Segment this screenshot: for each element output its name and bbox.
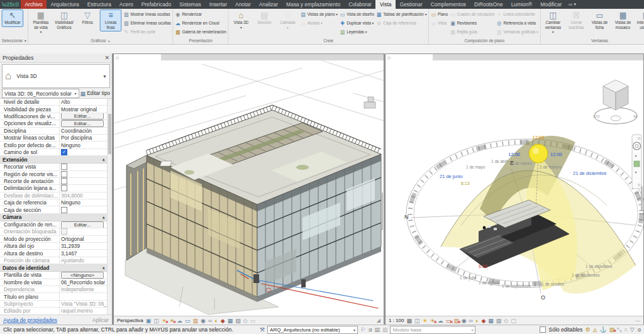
alzado-button[interactable]: ⌂Alzado▾ xyxy=(300,19,338,27)
visual-style-icon[interactable]: ◫ xyxy=(414,318,420,324)
apply-button[interactable]: Aplicar xyxy=(92,317,109,323)
leyendas-button[interactable]: ▤Leyendas▾ xyxy=(340,28,374,36)
view-tab-3d[interactable]: ⌂ xyxy=(114,54,161,60)
vistas-de-mosaico-button[interactable]: ▦Vistas de mosaico xyxy=(612,9,633,31)
property-value[interactable] xyxy=(59,293,108,299)
close-icon[interactable]: ✕ xyxy=(104,55,109,61)
model-canvas[interactable] xyxy=(114,60,384,316)
property-edit-button[interactable]: <Ninguno> xyxy=(61,272,104,278)
properties-scrollbar[interactable] xyxy=(107,99,112,315)
property-value[interactable]: Editar... xyxy=(59,120,108,126)
properties-help-link[interactable]: Ayuda de propiedades xyxy=(3,317,57,323)
property-value[interactable]: Independiente xyxy=(59,286,108,292)
viewport-3d-model[interactable]: ⌂ xyxy=(113,53,384,325)
select-by-face-icon[interactable]: ▧✕ xyxy=(609,326,615,333)
property-value[interactable]: 31,2939 xyxy=(59,243,108,249)
vista-de-dise-o-button[interactable]: ▭Vista de diseño xyxy=(340,10,374,18)
property-checkbox[interactable] xyxy=(61,228,67,235)
ribbon-state-toggle[interactable]: ▭▾ xyxy=(569,0,576,9)
more-controls-icon[interactable]: ▭ xyxy=(250,318,256,324)
renderizar-en-cloud-button[interactable]: ☁Renderizar en Cloud xyxy=(175,19,226,27)
cambiar-ventanas-button[interactable]: ◫Cambiar ventanas▾ xyxy=(542,9,564,36)
section-header-c-mara[interactable]: Cámara∧ xyxy=(0,214,108,221)
visual-style-icon[interactable]: ◫ xyxy=(153,318,159,324)
property-value[interactable]: ✓ xyxy=(59,149,108,155)
dialog-launcher-icon[interactable]: ↘ xyxy=(108,38,110,43)
section-header-extensi-n[interactable]: Extensión∧ xyxy=(0,156,108,164)
vista-3d-button[interactable]: ⌂Vista 3D▾ xyxy=(230,9,252,31)
select-pinned-icon[interactable]: ⚓ xyxy=(599,326,606,333)
section-header-datos-de-identidad[interactable]: Datos de identidad∧ xyxy=(0,264,108,272)
property-checkbox[interactable]: ✓ xyxy=(61,149,67,155)
ribbon-tab-estructura[interactable]: Estructura xyxy=(83,0,115,9)
interfaz-de-usuario-button[interactable]: ▤Interfaz de usuario▾ xyxy=(635,9,644,36)
show-rendering-dialog-icon[interactable]: ▣ xyxy=(146,318,152,324)
vista-button[interactable]: ▭Vista xyxy=(430,19,448,27)
property-value[interactable] xyxy=(59,206,108,213)
scale-icon[interactable]: ▩ xyxy=(406,318,412,324)
galer-a-de-renderizaci-n-button[interactable]: ▦Galería de renderización xyxy=(175,28,226,36)
worksharing-display-icon[interactable]: ▧ xyxy=(496,318,502,324)
sun-path-on-icon[interactable]: ☀ xyxy=(423,318,428,324)
active-workset-combo[interactable]: ARQ_Arquitectura (no editable) ▾ xyxy=(267,326,358,334)
property-checkbox[interactable] xyxy=(61,171,67,177)
edit-type-button[interactable]: ▦ Editar tipo xyxy=(80,91,110,97)
property-value[interactable]: raquel.merino xyxy=(59,308,108,314)
locked-3d-view-icon[interactable]: ◉ xyxy=(201,318,206,324)
property-value[interactable]: <Ninguno> xyxy=(59,272,108,278)
locked-3d-view-icon[interactable]: ◉ xyxy=(462,318,467,324)
more-controls-icon[interactable]: ▢ xyxy=(511,318,516,324)
drag-on-selection-icon[interactable]: ⤡ xyxy=(617,326,621,333)
temporary-view-properties-icon[interactable]: ∞ xyxy=(469,318,473,324)
property-value[interactable]: Por disciplina xyxy=(59,135,108,141)
ribbon-tab-colaborar[interactable]: Colaborar xyxy=(345,0,376,9)
ribbon-tab-archivo[interactable]: Archivo xyxy=(21,0,47,9)
llamada-button[interactable]: ◌Llamada▾ xyxy=(277,9,298,31)
property-checkbox[interactable] xyxy=(61,178,67,184)
crop-view-icon[interactable]: ▭ xyxy=(185,318,191,324)
visibilidad-gr-ficos-button[interactable]: ◫Visibilidad/ Gráficos xyxy=(53,9,75,31)
analytical-model-icon[interactable]: ◆ xyxy=(221,318,225,324)
property-value[interactable] xyxy=(59,178,108,184)
ribbon-tab-masa-y-emplazamiento[interactable]: Masa y emplazamiento xyxy=(282,0,345,9)
ribbon-tab-gestionar[interactable]: Gestionar xyxy=(396,0,426,9)
editing-requests-icon[interactable]: ⚐ xyxy=(360,326,365,333)
eliminar-l-neas-ocultas-button[interactable]: ▧Eliminar líneas ocultas xyxy=(123,19,171,27)
property-value[interactable]: Ninguno xyxy=(59,199,108,206)
referencia-a-vista-button[interactable]: ◎Referencia a vista xyxy=(496,19,538,27)
perfil-de-corte-button[interactable]: ✎Perfil de corte xyxy=(123,28,171,36)
reveal-hidden-elements-icon[interactable]: ◐ xyxy=(475,318,479,324)
property-value[interactable]: Mostrar original xyxy=(59,106,108,112)
property-value[interactable]: 3,1467 xyxy=(59,250,108,256)
ribbon-tab-modificar[interactable]: Modificar xyxy=(536,0,566,9)
ribbon-tab-sistemas[interactable]: Sistemas xyxy=(175,0,205,9)
scale-button[interactable]: Perspectiva xyxy=(117,318,143,323)
l-neas-finas-button[interactable]: ≡Líneas finas xyxy=(100,9,121,31)
ribbon-tab-anotar[interactable]: Anotar xyxy=(231,0,255,9)
collapsed-scrollbar-icon[interactable]: — xyxy=(635,318,640,323)
reveal-constraints-icon[interactable]: ▦ xyxy=(228,318,233,324)
reveal-constraints-icon[interactable]: ▦ xyxy=(488,318,494,324)
ribbon-tab-vista[interactable]: Vista xyxy=(375,0,395,9)
view-properties-icon[interactable]: ◇ xyxy=(243,318,248,324)
ribbon-tab-arquitectura[interactable]: Arquitectura xyxy=(47,0,83,9)
viewport-sun-path[interactable]: ⌂ xyxy=(385,53,644,325)
property-value[interactable] xyxy=(59,228,108,235)
view-properties-icon[interactable]: ◇ xyxy=(504,318,508,324)
property-value[interactable]: Ajustando xyxy=(59,257,108,264)
sun-path-canvas[interactable]: 12:00 12:00 12:00 21 de junio6:131 de ma… xyxy=(386,60,643,316)
ribbon-tab-lumion-[interactable]: Lumion® xyxy=(507,0,536,9)
property-edit-button[interactable]: Editar... xyxy=(61,113,104,120)
ribbon-tab-complementos[interactable]: Complementos xyxy=(426,0,470,9)
view-tab-sun-path[interactable]: ⌂ xyxy=(386,54,433,60)
editable-only-checkbox[interactable] xyxy=(540,326,546,333)
rejilla-gu-a-button[interactable]: ▦Rejilla guía xyxy=(450,28,494,36)
property-checkbox[interactable] xyxy=(61,207,67,213)
background-process-icon[interactable]: ○ xyxy=(624,326,627,333)
duplicar-vista-button[interactable]: ✚Duplicar vista▾ xyxy=(340,19,374,27)
modificar-button[interactable]: ↖Modificar xyxy=(2,9,23,27)
crop-view-icon[interactable]: ▭✕ xyxy=(446,318,452,324)
renderizar-button[interactable]: ◉Renderizar xyxy=(175,10,226,18)
ribbon-tab-acero[interactable]: Acero xyxy=(115,0,137,9)
reveal-hidden-elements-icon[interactable]: ◐ xyxy=(214,318,218,324)
